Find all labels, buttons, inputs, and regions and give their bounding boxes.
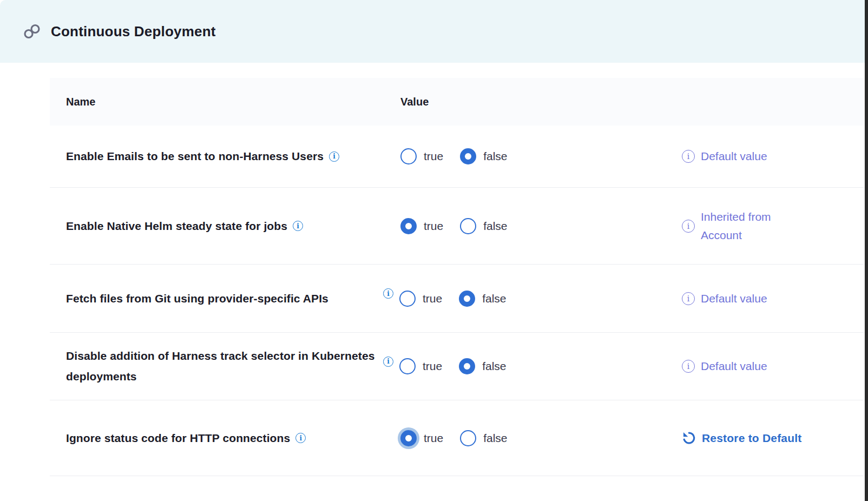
settings-table: Name Value Enable Emails to be sent to n… (50, 78, 864, 476)
radio-false-label[interactable]: false (482, 292, 506, 305)
info-icon[interactable]: i (682, 220, 695, 233)
radio-false-label[interactable]: false (483, 220, 507, 233)
settings-row: Ignore status code for HTTP connections … (50, 400, 864, 476)
setting-name-cell: Fetch files from Git using provider-spec… (50, 288, 400, 309)
status-text: Default value (701, 289, 767, 308)
info-icon[interactable]: i (682, 360, 695, 373)
column-header-name: Name (66, 96, 400, 108)
link-icon[interactable] (22, 22, 42, 41)
setting-name-cell: Enable Native Helm steady state for jobs… (50, 216, 400, 236)
status-text: Default value (701, 147, 767, 166)
setting-name-cell: Ignore status code for HTTP connections … (50, 428, 400, 449)
setting-name-cell: Disable addition of Harness track select… (50, 346, 400, 387)
setting-name-cell: Enable Emails to be sent to non-Harness … (50, 146, 400, 167)
radio-false-label[interactable]: false (482, 360, 506, 373)
table-header-row: Name Value (50, 78, 864, 126)
setting-value-cell: i true false (400, 291, 678, 307)
radio-true[interactable] (400, 430, 417, 446)
radio-false[interactable] (460, 218, 476, 234)
setting-value-cell: i true false (400, 358, 678, 374)
settings-row: Enable Native Helm steady state for jobs… (50, 188, 864, 265)
radio-false[interactable] (460, 430, 476, 446)
radio-false[interactable] (459, 358, 475, 374)
column-header-value: Value (400, 96, 864, 108)
status-text: Default value (701, 357, 767, 375)
info-icon[interactable]: i (682, 150, 695, 163)
radio-true-label[interactable]: true (424, 432, 443, 445)
info-icon[interactable]: i (295, 433, 306, 443)
info-icon[interactable]: i (293, 221, 303, 231)
setting-status-cell: i Inherited from Account (678, 208, 864, 245)
setting-label: Enable Emails to be sent to non-Harness … (66, 146, 324, 167)
radio-true-label[interactable]: true (423, 292, 442, 305)
page-title: Continuous Deployment (51, 23, 216, 40)
info-icon[interactable]: i (329, 151, 339, 162)
setting-status-cell: i Default value (678, 147, 864, 166)
status-text: Inherited from Account (701, 208, 809, 245)
info-icon[interactable]: i (682, 292, 695, 305)
restore-icon (682, 431, 696, 445)
info-icon[interactable]: i (383, 357, 393, 367)
radio-false-label[interactable]: false (483, 150, 507, 163)
restore-to-default-button[interactable]: Restore to Default (682, 431, 801, 445)
setting-value-cell: true false (400, 218, 678, 234)
window-edge (865, 0, 868, 501)
settings-row: Enable Emails to be sent to non-Harness … (50, 126, 864, 188)
setting-label: Disable addition of Harness track select… (66, 346, 380, 387)
setting-status-cell: Restore to Default (678, 431, 864, 445)
setting-status-cell: i Default value (678, 289, 864, 308)
restore-label: Restore to Default (702, 432, 801, 445)
settings-row: Disable addition of Harness track select… (50, 333, 864, 400)
radio-true[interactable] (399, 291, 416, 307)
radio-true-label[interactable]: true (424, 150, 443, 163)
setting-value-cell: true false (400, 430, 678, 446)
setting-label: Fetch files from Git using provider-spec… (66, 288, 328, 309)
radio-false-label[interactable]: false (483, 432, 507, 445)
radio-true[interactable] (400, 148, 417, 164)
radio-true-label[interactable]: true (424, 220, 443, 233)
radio-false[interactable] (460, 148, 476, 164)
info-icon[interactable]: i (383, 288, 393, 299)
section-header: Continuous Deployment (0, 0, 868, 63)
setting-status-cell: i Default value (678, 357, 864, 375)
settings-row: Fetch files from Git using provider-spec… (50, 265, 864, 333)
radio-false[interactable] (459, 291, 475, 307)
radio-true[interactable] (399, 358, 416, 374)
radio-true[interactable] (400, 218, 417, 234)
setting-value-cell: true false (400, 148, 678, 164)
setting-label: Ignore status code for HTTP connections (66, 428, 290, 449)
radio-true-label[interactable]: true (423, 360, 442, 373)
setting-label: Enable Native Helm steady state for jobs (66, 216, 287, 236)
